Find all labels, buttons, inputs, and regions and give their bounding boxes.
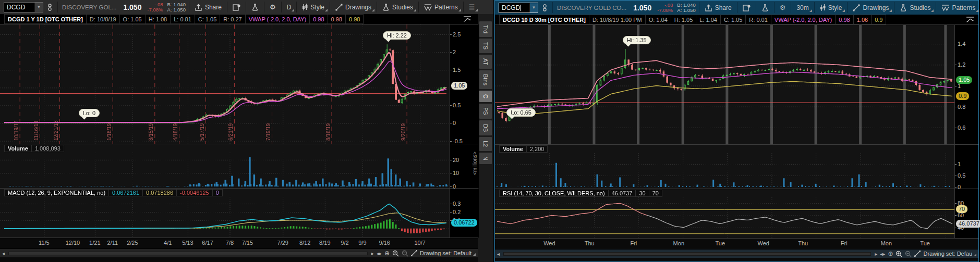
studies-flask-icon [900,4,907,11]
analysis-button[interactable] [757,2,773,14]
left-price-canvas[interactable] [0,24,450,144]
axis-tick: 0.3 [453,201,461,207]
axis-tick: 0.6 [958,124,965,131]
change-stack: -.08 -7.08% [145,2,165,13]
axis-tick: 0.2 [453,209,461,215]
volume-unit-label: <millions> [472,152,478,175]
symbol-dropdown-button[interactable]: ▼ [529,3,538,13]
sidebar-tab-n[interactable]: N [479,153,492,164]
right-rsi-axis[interactable]: 8060407046.0737 [954,189,978,238]
drawing-set-selector[interactable]: Drawing set: Defau [923,251,976,257]
patterns-button[interactable]: Patterns [937,2,979,14]
candle-style-icon [820,4,826,11]
drawing-set-selector[interactable]: Drawing set: Default [420,250,476,256]
drawing-tool-icon[interactable] [411,250,417,256]
link-icon[interactable] [43,4,56,11]
zoom-in-icon[interactable] [392,250,399,257]
right-volume-pane[interactable]: 10.50 Volume 2,200 [495,145,978,189]
notes-button[interactable] [228,1,245,13]
sidebar-tab-db[interactable]: DB [479,120,492,135]
analysis-button[interactable] [247,1,263,13]
right-price-pane[interactable]: 1.41.210.80.61.050.9 Hi: 1.35 Lo: 0.65 [495,24,978,145]
style-button[interactable]: Style [816,2,846,14]
left-volume-canvas[interactable] [0,144,450,188]
ohlc-open: O: 1.04 [646,15,671,24]
right-statusbar: ◂ ▸ ◂▸ ⊕ Drawing set: Defau [495,249,978,258]
sidebar-tab-btns[interactable]: Btns [479,70,492,89]
vwap-lower-value: 0.98 [346,14,364,24]
left-volume-pane[interactable]: <millions> 20100 Volume 1,008,093 [0,144,478,189]
rsi-oversold-value: 30 [636,190,649,197]
right-price-axis[interactable]: 1.41.210.80.61.050.9 [954,25,978,144]
right-toolbar: DCGD ▼ DISCOVERY GOLD CO... 1.050 -.08 -… [495,1,978,15]
drawings-button[interactable]: Drawings [331,1,376,13]
symbol-input[interactable]: DCGD ▼ [4,2,43,13]
zoom-out-icon[interactable] [905,251,912,257]
right-price-canvas[interactable] [495,25,954,144]
date-tick: 10/7 [414,240,425,246]
right-volume-axis[interactable]: 10.50 [954,145,978,189]
crosshair-icon[interactable]: ⊕ [384,249,390,257]
link-icon[interactable] [538,4,551,11]
drawing-tool-icon[interactable] [914,251,921,257]
right-rsi-pane[interactable]: 8060407046.0737 RSI (14, 70, 30, CLOSE, … [495,189,978,239]
macd-zero-value: 0 [213,189,223,196]
share-button[interactable]: Share [700,2,736,14]
interval-button[interactable]: 30m [792,2,813,14]
left-macd-pane[interactable]: 0.30.20.10.06722 MACD (12, 26, 9, EXPONE… [0,189,478,238]
left-chart-main: DCGD 1 Y 1D [OTC OTHER] D: 10/8/19 O: 1.… [0,14,478,262]
left-toolbar: DCGD ▼ DISCOVERY GOL... 1.050 -.08 -7.08… [0,0,493,14]
sidebar-tab-trd[interactable]: Trd [479,21,492,37]
date-tick: 1/21 [89,240,100,246]
macd-diff-value: -0.0046125 [177,189,213,196]
symbol-input[interactable]: DCGD ▼ [499,3,538,13]
axis-price-box: 1.05 [956,76,972,84]
fit-width-icon[interactable]: ◂▸ [880,251,885,257]
pane-maximize-icon[interactable] [966,16,974,25]
axis-tick: 1.5 [453,67,461,73]
left-volume-axis[interactable]: <millions> 20100 [450,144,479,188]
crosshair-icon[interactable]: ⊕ [888,250,893,257]
chart-scrollbar[interactable] [503,252,871,256]
sidebar-tab-ts[interactable]: TS [479,39,492,53]
scroll-left-icon[interactable]: ◂ [497,251,500,257]
sidebar-tab-ps[interactable]: PS [479,104,492,119]
chart-panel-daily: DCGD ▼ DISCOVERY GOL... 1.050 -.08 -7.08… [0,0,494,262]
left-price-pane[interactable]: 2.521.50.50-0.51.05 Hi: 2.22 Lo: 0 [0,24,478,144]
patterns-button[interactable]: Patterns [420,1,462,13]
studies-button[interactable]: Studies [896,2,935,14]
symbol-dropdown-button[interactable]: ▼ [34,3,43,12]
axis-price-box: 46.0737 [956,220,980,228]
sidebar-tab-l2[interactable]: L2 [479,137,492,151]
studies-button[interactable]: Studies [378,1,417,13]
scroll-right-icon[interactable]: ▸ [371,251,374,256]
settings-button[interactable]: ⚙ [776,2,790,14]
sidebar-tab-at[interactable]: AT [479,55,492,69]
pane-maximize-icon[interactable] [463,15,471,24]
notes-button[interactable] [739,2,755,14]
left-price-axis[interactable]: 2.521.50.50-0.51.05 [450,24,479,144]
ohlc-open: O: 1.05 [120,14,146,24]
sidebar-tab-c[interactable]: C [479,91,492,102]
scroll-right-icon[interactable]: ▸ [875,251,877,257]
zoom-out-icon[interactable] [402,250,408,257]
axis-tick: 0 [453,120,456,126]
style-button[interactable]: Style [298,1,329,13]
scroll-left-icon[interactable]: ◂ [2,251,5,256]
drawings-button[interactable]: Drawings [849,2,893,14]
interval-button[interactable]: D [283,1,296,13]
chart-scrollbar[interactable] [8,252,368,255]
symbol-text[interactable]: DCGD [4,4,34,11]
date-tick: 2/11 [107,240,118,246]
share-button[interactable]: Share [190,1,226,13]
axis-tick: -0.5 [453,138,463,144]
settings-button[interactable]: ⚙ [265,1,280,13]
right-volume-canvas[interactable] [495,145,954,189]
symbol-text[interactable]: DCGD [499,4,529,11]
fit-width-icon[interactable]: ◂▸ [377,251,382,256]
gear-icon: ⚙ [780,4,786,11]
more-menu-button[interactable]: ☰ [465,1,479,13]
ohlc-range: R: 0.27 [220,14,245,24]
zoom-in-icon[interactable] [896,251,902,257]
left-macd-axis[interactable]: 0.30.20.10.06722 [450,189,479,238]
